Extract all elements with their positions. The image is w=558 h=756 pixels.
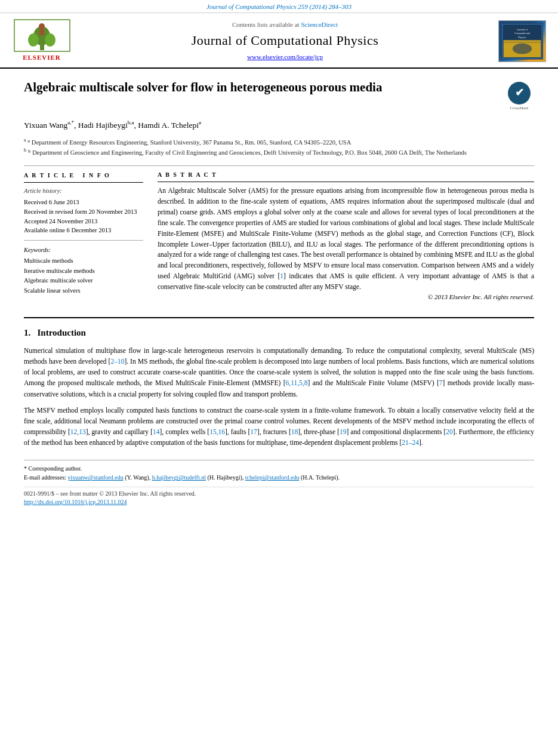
crossmark: ✔ CrossMark: [504, 82, 534, 112]
keywords-list: Multiscale methods Iterative multiscale …: [24, 256, 143, 296]
received-revised-date: Received in revised form 20 November 201…: [24, 207, 143, 217]
abstract-text: An Algebraic Multiscale Solver (AMS) for…: [158, 186, 534, 292]
elsevier-logo-icon: [14, 19, 70, 52]
divider-main: [24, 317, 534, 318]
sciencedirect-link[interactable]: ScienceDirect: [301, 21, 338, 28]
two-col-info-abstract: A R T I C L E I N F O Article history: R…: [24, 171, 534, 308]
history-label: Article history:: [24, 186, 143, 196]
keyword-1: Multiscale methods: [24, 256, 143, 266]
journal-thumbnail: Journal of Computational Physics: [498, 20, 546, 62]
affiliations: a ᵃ Department of Energy Resources Engin…: [24, 137, 534, 158]
keyword-4: Scalable linear solvers: [24, 286, 143, 296]
intro-paragraph-2: The MSFV method employs locally computed…: [24, 405, 534, 448]
top-bar: Journal of Computational Physics 259 (20…: [0, 0, 558, 13]
elsevier-text: ELSEVIER: [23, 53, 61, 62]
article-info-heading: A R T I C L E I N F O: [24, 171, 143, 183]
footnote-area: * Corresponding author. E-mail addresses…: [24, 460, 534, 482]
bottom-bar: 0021-9991/$ – see front matter © 2013 El…: [24, 487, 534, 506]
affiliation-a: a ᵃ Department of Energy Resources Engin…: [24, 137, 534, 147]
abstract-col: A B S T R A C T An Algebraic Multiscale …: [158, 171, 534, 308]
authors: Yixuan Wanga,*, Hadi Hajibeygib,a, Hamdi…: [24, 119, 534, 131]
elsevier-logo: ELSEVIER: [12, 19, 72, 62]
keyword-2: Iterative multiscale methods: [24, 266, 143, 276]
svg-point-13: [513, 43, 532, 54]
corresponding-author-note: * Corresponding author.: [24, 464, 534, 473]
svg-point-4: [39, 23, 45, 29]
main-content: Algebraic multiscale solver for flow in …: [0, 69, 558, 513]
keyword-3: Algebraic multiscale solver: [24, 276, 143, 285]
journal-header-center: Contents lists available at ScienceDirec…: [72, 20, 498, 62]
article-title: Algebraic multiscale solver for flow in …: [24, 79, 492, 96]
svg-text:Journal of: Journal of: [517, 28, 528, 31]
svg-rect-5: [39, 29, 44, 35]
article-dates: Received 6 June 2013 Received in revised…: [24, 198, 143, 235]
top-bar-text: Journal of Computational Physics 259 (20…: [206, 3, 352, 10]
keywords-label: Keywords:: [24, 245, 143, 255]
email-addresses: E-mail addresses: yixuanw@stanford.edu (…: [24, 473, 534, 482]
article-info-col: A R T I C L E I N F O Article history: R…: [24, 171, 143, 308]
received-date: Received 6 June 2013: [24, 198, 143, 207]
section-1-heading: 1. Introduction: [24, 327, 534, 339]
affiliation-b: b ᵇ Department of Geoscience and Enginee…: [24, 147, 534, 157]
doi-line: http://dx.doi.org/10.1016/j.jcp.2013.11.…: [24, 498, 534, 506]
svg-point-3: [45, 33, 56, 47]
abstract-heading: A B S T R A C T: [158, 171, 534, 182]
divider-1: [24, 165, 534, 166]
intro-paragraph-1: Numerical simulation of multiphase flow …: [24, 345, 534, 399]
crossmark-icon: ✔: [508, 82, 531, 105]
journal-title: Journal of Computational Physics: [72, 32, 498, 50]
journal-url: www.elsevier.com/locate/jcp: [72, 53, 498, 62]
divider-keywords: [24, 240, 143, 241]
issn-line: 0021-9991/$ – see front matter © 2013 El…: [24, 490, 534, 498]
article-title-section: Algebraic multiscale solver for flow in …: [24, 79, 534, 112]
available-online-date: Available online 6 December 2013: [24, 226, 143, 235]
contents-line: Contents lists available at ScienceDirec…: [72, 20, 498, 29]
journal-header: ELSEVIER Contents lists available at Sci…: [0, 13, 558, 68]
accepted-date: Accepted 24 November 2013: [24, 217, 143, 226]
svg-text:Computational: Computational: [514, 32, 531, 35]
copyright-line: © 2013 Elsevier Inc. All rights reserved…: [158, 293, 534, 302]
svg-text:Physics: Physics: [518, 35, 526, 38]
svg-point-2: [28, 33, 39, 47]
